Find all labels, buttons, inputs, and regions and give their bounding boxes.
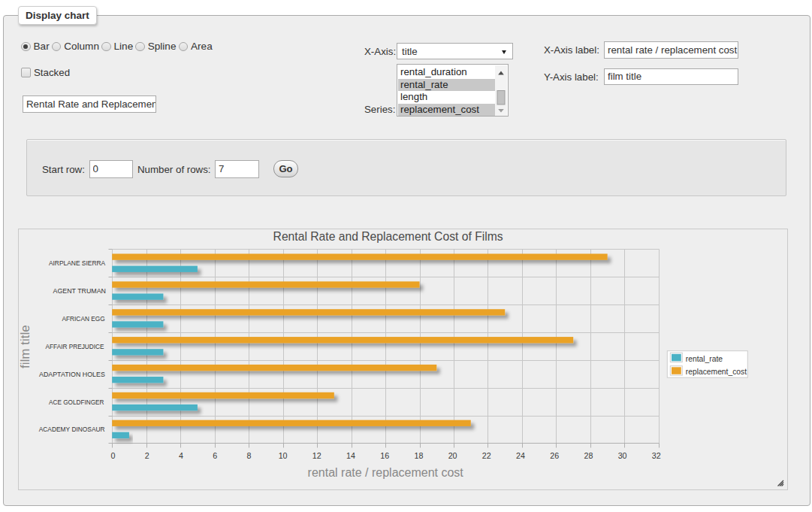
svg-text:AFFAIR PREJUDICE: AFFAIR PREJUDICE	[46, 342, 104, 350]
svg-text:AIRPLANE SIERRA: AIRPLANE SIERRA	[49, 259, 106, 267]
svg-text:ADAPTATION HOLES: ADAPTATION HOLES	[39, 370, 105, 378]
svg-text:rental_rate: rental_rate	[686, 355, 723, 363]
svg-text:0: 0	[111, 451, 116, 460]
svg-text:24: 24	[516, 451, 525, 460]
svg-text:28: 28	[584, 451, 593, 460]
svg-text:film title: film title	[19, 325, 32, 368]
svg-text:4: 4	[179, 451, 183, 460]
svg-text:32: 32	[652, 451, 661, 460]
svg-text:Rental Rate and Replacement Co: Rental Rate and Replacement Cost of Film…	[273, 230, 503, 243]
svg-text:AGENT TRUMAN: AGENT TRUMAN	[53, 286, 107, 295]
svg-text:18: 18	[414, 451, 423, 460]
svg-text:10: 10	[279, 451, 288, 460]
svg-text:20: 20	[448, 451, 457, 460]
svg-text:22: 22	[482, 451, 491, 460]
svg-text:8: 8	[246, 451, 251, 460]
svg-text:30: 30	[618, 451, 627, 460]
svg-text:12: 12	[312, 451, 321, 460]
svg-text:rental rate / replacement cost: rental rate / replacement cost	[308, 466, 464, 479]
svg-text:ACE GOLDFINGER: ACE GOLDFINGER	[49, 398, 104, 406]
svg-text:26: 26	[550, 451, 559, 460]
svg-text:replacement_cost: replacement_cost	[686, 368, 747, 376]
svg-text:14: 14	[346, 451, 355, 460]
svg-text:2: 2	[145, 451, 149, 460]
svg-text:ACADEMY DINOSAUR: ACADEMY DINOSAUR	[39, 425, 105, 433]
svg-text:AFRICAN EGG: AFRICAN EGG	[62, 314, 104, 323]
svg-text:6: 6	[213, 451, 217, 460]
svg-text:16: 16	[380, 451, 389, 460]
